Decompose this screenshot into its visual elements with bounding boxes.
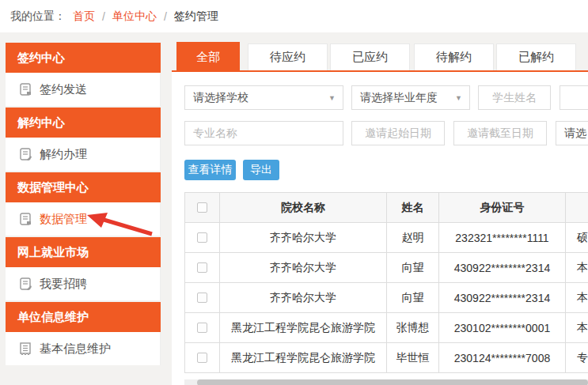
sidebar-item-data-management[interactable]: 数据管理 <box>6 202 161 236</box>
table-row: 齐齐哈尔大学 赵明 232321********1111 硕 <box>185 222 588 252</box>
invite-start-date-input[interactable]: 邀请起始日期 <box>351 121 445 145</box>
table-header-row: 院校名称 姓名 身份证号 <box>185 193 588 222</box>
cell-degree: 本 <box>566 253 588 282</box>
sidebar-header-job-market[interactable]: 网上就业市场 <box>6 237 161 267</box>
table-row: 齐齐哈尔大学 向望 430922********2314 本 <box>185 282 588 312</box>
column-header-id-number: 身份证号 <box>439 193 566 222</box>
sidebar-header-unit-info[interactable]: 单位信息维护 <box>6 302 161 332</box>
cell-school: 齐齐哈尔大学 <box>220 283 387 312</box>
row-checkbox[interactable] <box>197 353 207 363</box>
cell-name: 向望 <box>387 253 439 282</box>
cutoff-input[interactable] <box>560 85 588 110</box>
document-icon <box>20 83 32 96</box>
sidebar-item-basic-info[interactable]: 基本信息维护 <box>6 332 161 365</box>
tab-responded[interactable]: 已应约 <box>330 43 410 70</box>
sidebar-item-sign-send[interactable]: 签约发送 <box>6 73 161 106</box>
cell-school: 齐齐哈尔大学 <box>220 223 387 252</box>
cell-degree: 硕 <box>566 223 588 252</box>
cell-school: 黑龙江工程学院昆仑旅游学院 <box>220 313 387 342</box>
cell-school: 黑龙江工程学院昆仑旅游学院 <box>220 343 387 372</box>
receipt-icon <box>20 342 32 356</box>
sidebar-header-sign-center[interactable]: 签约中心 <box>6 43 161 73</box>
horizontal-scrollbar-track[interactable] <box>184 379 588 385</box>
select-all-checkbox[interactable] <box>197 202 207 213</box>
cell-degree: 本 <box>566 313 588 342</box>
school-select[interactable]: 请选择学校 ▼ <box>184 85 343 110</box>
cell-degree: 本 <box>566 283 588 312</box>
cutoff-select[interactable]: 请选 <box>556 121 588 145</box>
cell-id-number: 230102********0001 <box>439 313 566 342</box>
sidebar-header-cancel-center[interactable]: 解约中心 <box>6 108 161 138</box>
table-row: 齐齐哈尔大学 向望 430922********2314 本 <box>185 252 588 282</box>
cell-id-number: 232321********1111 <box>439 223 566 252</box>
row-checkbox[interactable] <box>197 232 207 243</box>
cell-id-number: 230124********7008 <box>439 343 566 372</box>
cell-id-number: 430922********2314 <box>439 283 566 312</box>
breadcrumb-home-link[interactable]: 首页 <box>73 9 95 24</box>
tab-pending-cancel[interactable]: 待解约 <box>414 43 494 70</box>
document-icon <box>20 213 32 226</box>
cell-name: 张博想 <box>387 313 439 342</box>
tab-pending-response[interactable]: 待应约 <box>248 43 328 70</box>
breadcrumb-unit-center-link[interactable]: 单位中心 <box>112 9 157 24</box>
breadcrumb: 我的位置： 首页 / 单位中心 / 签约管理 <box>0 0 588 32</box>
export-button[interactable]: 导出 <box>243 160 279 180</box>
view-details-button[interactable]: 查看详情 <box>184 160 236 180</box>
cell-degree: 专 <box>566 343 588 372</box>
breadcrumb-label: 我的位置： <box>10 9 66 24</box>
column-header-degree <box>566 193 588 222</box>
sidebar: 签约中心 签约发送 解约中心 解约办理 数据管理中心 数据管理 网上就业市场 <box>6 43 161 367</box>
student-name-input[interactable]: 学生姓名 <box>478 85 551 110</box>
column-header-school: 院校名称 <box>220 193 387 222</box>
row-checkbox[interactable] <box>197 293 207 303</box>
tab-cancelled[interactable]: 已解约 <box>496 43 576 70</box>
document-pen-icon <box>20 148 32 161</box>
graduation-year-select[interactable]: 请选择毕业年度 ▼ <box>351 85 470 110</box>
main-panel: 请选择学校 ▼ 请选择毕业年度 ▼ 学生姓名 专业名称 邀请起始日期 邀请截至日… <box>172 72 588 385</box>
chevron-down-icon: ▼ <box>455 94 469 102</box>
invite-end-date-input[interactable]: 邀请截至日期 <box>453 121 547 145</box>
breadcrumb-current-page: 签约管理 <box>174 9 218 24</box>
cell-name: 赵明 <box>387 223 439 252</box>
sidebar-item-recruit[interactable]: 我要招聘 <box>6 267 161 300</box>
column-header-name: 姓名 <box>387 193 439 222</box>
page: 我的位置： 首页 / 单位中心 / 签约管理 签约中心 签约发送 解约中心 解约… <box>0 0 588 385</box>
cell-name: 毕世恒 <box>387 343 439 372</box>
major-name-input[interactable]: 专业名称 <box>184 121 343 145</box>
document-pen-icon <box>20 277 32 291</box>
horizontal-scrollbar-thumb[interactable] <box>197 379 588 385</box>
sidebar-item-cancel-handle[interactable]: 解约办理 <box>6 138 161 171</box>
tab-all[interactable]: 全部 <box>176 42 240 72</box>
breadcrumb-separator: / <box>102 10 105 23</box>
chevron-down-icon: ▼ <box>328 94 343 102</box>
table-row: 黑龙江工程学院昆仑旅游学院 毕世恒 230124********7008 专 <box>185 342 588 372</box>
cell-name: 向望 <box>387 283 439 312</box>
results-table: 院校名称 姓名 身份证号 齐齐哈尔大学 赵明 232321********111… <box>184 192 588 373</box>
row-checkbox[interactable] <box>197 323 207 333</box>
cell-id-number: 430922********2314 <box>439 253 566 282</box>
sidebar-header-data-center[interactable]: 数据管理中心 <box>6 172 161 202</box>
breadcrumb-separator: / <box>164 10 167 23</box>
cell-school: 齐齐哈尔大学 <box>220 253 387 282</box>
row-checkbox[interactable] <box>197 262 207 273</box>
table-row: 黑龙江工程学院昆仑旅游学院 张博想 230102********0001 本 <box>185 312 588 342</box>
